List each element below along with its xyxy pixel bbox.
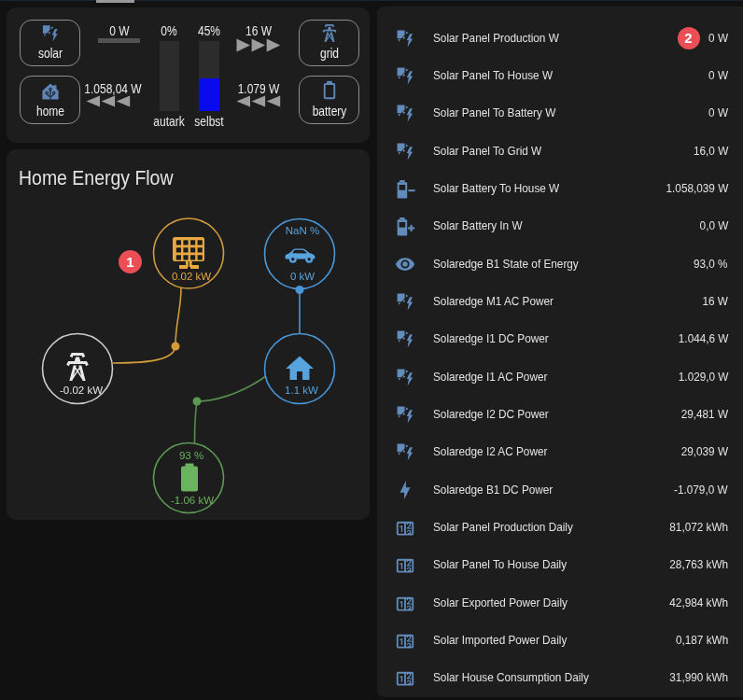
svg-text:-1.06 kW: -1.06 kW: [171, 495, 214, 506]
svg-text:-0.02 kW: -0.02 kW: [60, 385, 103, 396]
svg-text:1.1 kW: 1.1 kW: [285, 385, 318, 396]
svg-text:NaN %: NaN %: [286, 225, 319, 236]
svg-text:0 kW: 0 kW: [290, 271, 315, 282]
svg-text:0.02 kW: 0.02 kW: [172, 271, 211, 282]
svg-text:93 %: 93 %: [179, 450, 203, 461]
